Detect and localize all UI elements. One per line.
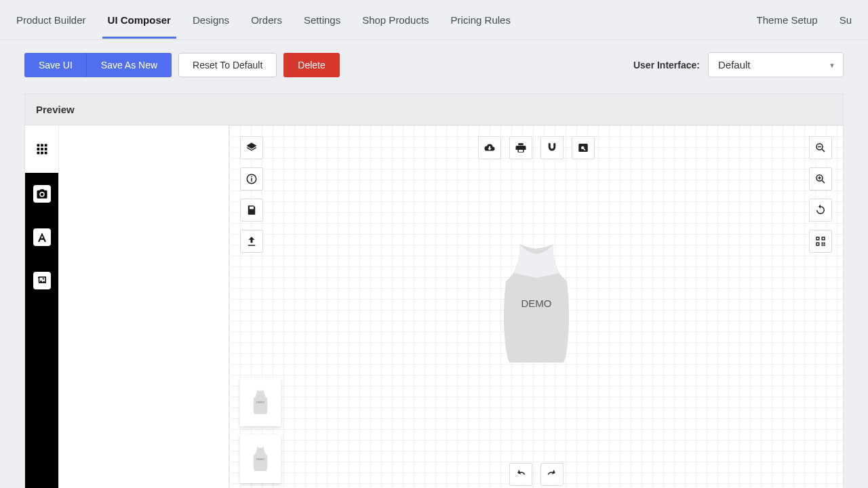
- apps-button[interactable]: [25, 125, 58, 173]
- thumb-front[interactable]: DEMO: [240, 378, 281, 426]
- product-preview: DEMO: [499, 241, 574, 366]
- gallery-icon: [36, 274, 48, 287]
- cloud-download-button[interactable]: [478, 136, 501, 159]
- svg-rect-0: [37, 144, 39, 147]
- upload-icon: [245, 235, 258, 247]
- gallery-tool[interactable]: [33, 272, 51, 289]
- toolbar: Save UI Save As New Reset To Default Del…: [0, 40, 868, 89]
- ui-select[interactable]: Default ▼: [708, 52, 844, 77]
- thumb-back[interactable]: DEMO: [240, 434, 281, 483]
- save-icon: [245, 204, 258, 216]
- nav-ui-composer[interactable]: UI Composer: [108, 2, 171, 38]
- toolbar-right: User Interface: Default ▼: [633, 52, 844, 77]
- svg-point-10: [42, 278, 43, 279]
- save-ui-button[interactable]: Save UI: [24, 53, 87, 77]
- svg-rect-8: [44, 152, 47, 155]
- svg-rect-24: [822, 245, 823, 246]
- top-nav: Product Builder UI Composer Designs Orde…: [0, 0, 868, 40]
- text-icon: [36, 231, 48, 243]
- svg-rect-5: [44, 148, 47, 150]
- print-button[interactable]: [509, 136, 532, 159]
- svg-rect-13: [251, 176, 252, 178]
- nav-designs[interactable]: Designs: [193, 2, 229, 38]
- redo-button[interactable]: [540, 463, 564, 486]
- canvas-bottom-toolbar: [509, 463, 564, 486]
- delete-button[interactable]: Delete: [283, 53, 339, 77]
- reset-zoom-button[interactable]: [809, 199, 832, 222]
- redo-icon: [546, 468, 558, 481]
- zoom-out-button[interactable]: [809, 136, 832, 159]
- save-disk-button[interactable]: [240, 199, 263, 222]
- svg-rect-7: [41, 152, 43, 155]
- canvas[interactable]: DEMO DEMO DEMO: [229, 125, 843, 488]
- nav-truncated[interactable]: Su: [840, 2, 852, 38]
- svg-rect-3: [37, 148, 39, 150]
- svg-rect-12: [251, 178, 252, 182]
- nav-product-builder[interactable]: Product Builder: [16, 2, 86, 38]
- side-tool-strip: [25, 125, 59, 488]
- nav-shop-products[interactable]: Shop Products: [362, 2, 429, 38]
- canvas-right-toolbar: [809, 136, 832, 253]
- layers-icon: [245, 142, 258, 154]
- camera-icon: [36, 188, 48, 200]
- reset-button[interactable]: Reset To Default: [178, 53, 277, 77]
- nav-left: Product Builder UI Composer Designs Orde…: [16, 2, 511, 38]
- snap-button[interactable]: [540, 136, 564, 159]
- text-tool[interactable]: [33, 228, 51, 246]
- svg-rect-6: [37, 152, 39, 155]
- svg-rect-25: [824, 245, 825, 246]
- svg-text:DEMO: DEMO: [256, 458, 264, 461]
- apps-icon: [36, 143, 48, 155]
- canvas-top-toolbar: [478, 136, 595, 159]
- svg-text:DEMO: DEMO: [256, 401, 264, 404]
- find-button[interactable]: [572, 136, 595, 159]
- blank-column: [59, 125, 229, 488]
- zoom-out-icon: [814, 142, 827, 154]
- camera-tool[interactable]: [33, 185, 51, 203]
- nav-orders[interactable]: Orders: [251, 2, 282, 38]
- side-black-panel: [25, 173, 58, 488]
- nav-theme-setup[interactable]: Theme Setup: [757, 2, 818, 38]
- svg-rect-28: [817, 243, 818, 245]
- cloud-download-icon: [484, 142, 496, 154]
- ui-select-value: Default: [708, 52, 844, 77]
- sync-icon: [814, 204, 827, 216]
- svg-rect-26: [817, 238, 818, 239]
- upload-button[interactable]: [240, 230, 263, 253]
- nav-pricing-rules[interactable]: Pricing Rules: [451, 2, 511, 38]
- svg-rect-2: [44, 144, 47, 147]
- preview-panel: Preview: [24, 94, 844, 488]
- zoom-in-icon: [814, 173, 827, 185]
- svg-rect-4: [41, 148, 43, 150]
- ui-select-label: User Interface:: [633, 60, 700, 70]
- qr-icon: [814, 235, 827, 247]
- qr-button[interactable]: [809, 230, 832, 253]
- thumbnails: DEMO DEMO: [240, 378, 281, 483]
- canvas-left-toolbar: [240, 136, 263, 253]
- info-icon: [245, 173, 258, 185]
- info-button[interactable]: [240, 167, 263, 190]
- save-group: Save UI Save As New: [24, 53, 172, 77]
- toolbar-left: Save UI Save As New Reset To Default Del…: [24, 53, 340, 77]
- undo-icon: [515, 468, 527, 481]
- pageview-icon: [577, 142, 589, 154]
- tank-top-icon: DEMO: [499, 241, 574, 366]
- undo-button[interactable]: [509, 463, 532, 486]
- nav-right: Theme Setup Su: [757, 2, 852, 38]
- layers-button[interactable]: [240, 136, 263, 159]
- demo-label: DEMO: [521, 298, 551, 309]
- svg-rect-1: [41, 144, 43, 147]
- svg-rect-14: [252, 207, 254, 209]
- magnet-icon: [546, 142, 558, 154]
- save-as-new-button[interactable]: Save As New: [87, 53, 172, 77]
- svg-rect-23: [824, 243, 825, 244]
- nav-settings[interactable]: Settings: [304, 2, 340, 38]
- svg-rect-27: [823, 238, 824, 239]
- svg-rect-22: [822, 243, 823, 244]
- print-icon: [515, 142, 527, 154]
- zoom-in-button[interactable]: [809, 167, 832, 190]
- panel-title: Preview: [25, 94, 843, 125]
- preview-body: DEMO DEMO DEMO: [25, 125, 843, 488]
